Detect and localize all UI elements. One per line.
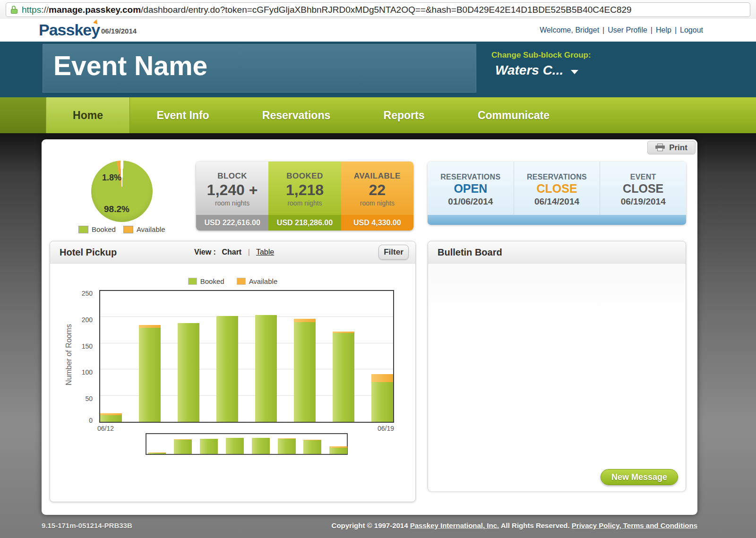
nav-tab-communicate[interactable]: Communicate [478,97,550,133]
chart-bar-available [174,439,192,440]
chart-bar-available [329,446,347,448]
chart-bar-booked [139,328,161,422]
hotel-pickup-card: Hotel Pickup View : Chart | Table Filter… [50,241,416,502]
bulletin-board-body: New Message [428,264,686,491]
print-label: Print [669,143,687,153]
y-tick: 150 [82,342,93,350]
privacy-terms-link[interactable]: Privacy Policy, Terms and Conditions [572,521,697,529]
filter-button[interactable]: Filter [378,245,409,260]
stat-usd: USD 4,330.00 [341,215,413,231]
date-line1: RESERVATIONS [514,173,600,181]
logout-link[interactable]: Logout [680,26,703,34]
chart-legend: Booked Available [50,277,415,285]
nav-tab-event-info[interactable]: Event Info [156,97,209,133]
copyright-prefix: Copyright © 1997-2014 [332,521,410,529]
chart-bar-booked [294,322,316,422]
stat-title: BOOKED [286,171,323,181]
event-banner: Event Name Change Sub-block Group: Water… [0,42,756,97]
chart-bar-booked [100,415,122,422]
url-field[interactable]: https://manage.passkey.com/dashboard/ent… [6,2,750,17]
legend-item-booked: Booked [78,225,116,233]
passkey-logo[interactable]: Passkey [39,21,100,39]
legend-available-label: Available [249,277,278,285]
hotel-pickup-title: Hotel Pickup [60,247,117,258]
url-path: /dashboard/entry.do?token=cGFydGljaXBhbn… [141,5,632,15]
chart-bar-booked [278,439,296,454]
chart-bar-available [148,453,166,453]
pie-available-percent: 1.8% [102,173,121,183]
y-tick: 100 [82,368,93,376]
chart-bar-available [139,325,161,328]
gridline [100,316,393,317]
company-link[interactable]: Passkey International, Inc. [410,521,499,529]
date-value: 06/19/2014 [600,196,686,207]
room-stats: BLOCK 1,240 + room nights USD 222,616.00… [196,162,413,231]
help-link[interactable]: Help [656,26,671,34]
printer-icon [655,144,665,152]
dates-bottom-bar [428,215,686,225]
app-header: Passkey 06/19/2014 Welcome, Bridget|User… [0,19,756,42]
y-tick: 200 [82,316,93,324]
chart-bar-booked [371,382,393,422]
stat-usd: USD 222,616.00 [196,215,268,231]
reservations-close: RESERVATIONS CLOSE 06/14/2014 [514,162,601,215]
subblock-group-dropdown[interactable]: Waters C... [495,63,578,78]
nav-tab-reservations[interactable]: Reservations [262,97,330,133]
date-line1: RESERVATIONS [428,173,514,181]
y-tick: 50 [85,395,93,402]
y-axis-title: Number of Rooms [65,312,73,397]
booked-swatch-icon [188,278,197,285]
chevron-down-icon [571,70,578,74]
event-close: EVENT CLOSE 06/19/2014 [600,162,686,215]
nav-tab-home[interactable]: Home [46,97,130,133]
copyright-text: Copyright © 1997-2014 Passkey Internatio… [332,521,697,529]
legend-item-booked: Booked [188,277,224,285]
stat-unit: room nights [215,199,249,207]
nav-left-strip [0,97,46,133]
x-tick-last: 06/19 [372,425,394,432]
y-axis: 250 200 150 100 50 0 [75,290,96,421]
mini-plot[interactable] [146,433,348,455]
legend-booked-label: Booked [92,225,116,233]
stat-usd: USD 218,286.00 [268,215,341,231]
legend-available-label: Available [137,225,165,233]
link-separator: | [675,26,677,34]
stat-available: AVAILABLE 22 room nights USD 4,330.00 [341,162,413,231]
view-table-link[interactable]: Table [256,248,274,256]
view-chart-option[interactable]: Chart [222,248,241,256]
legend-item-available: Available [237,277,278,285]
screen: https://manage.passkey.com/dashboard/ent… [0,0,756,538]
date-value: 01/06/2014 [428,196,514,207]
pie-booked-percent: 98.2% [104,204,129,214]
user-profile-link[interactable]: User Profile [608,26,647,34]
date-line2: CLOSE [514,182,600,196]
hotel-pickup-header: Hotel Pickup View : Chart | Table Filter [50,241,415,264]
chart-bar-available [100,413,122,415]
chart-bar-booked [200,439,218,454]
date-line1: EVENT [600,173,686,181]
lock-icon [11,6,17,14]
chart-bar-booked [255,315,277,422]
chart-bar-available [371,374,393,382]
chart-bar-booked [303,440,321,454]
change-subblock-label: Change Sub-block Group: [491,51,591,60]
plot-area [99,290,394,423]
available-swatch-icon [237,278,246,285]
stat-title: BLOCK [217,171,247,181]
welcome-text: Welcome, Bridget [540,26,599,34]
current-date: 06/19/2014 [101,27,137,35]
nav-tab-reports[interactable]: Reports [384,97,425,133]
view-label: View : [194,248,216,256]
stat-value: 22 [369,181,386,199]
chart-bar-available [294,319,316,322]
chart-bar-booked [333,333,354,422]
chart-bar-available [333,332,354,333]
print-button[interactable]: Print [647,141,696,154]
event-name-title: Event Name [53,50,476,81]
reservation-dates: RESERVATIONS OPEN 01/06/2014 RESERVATION… [428,162,686,225]
stat-booked: BOOKED 1,218 room nights USD 218,286.00 [268,162,341,231]
bulletin-board-title: Bulletin Board [438,247,502,258]
stat-value: 1,240 + [207,181,258,199]
legend-item-available: Available [123,225,165,233]
new-message-button[interactable]: New Message [601,469,678,485]
